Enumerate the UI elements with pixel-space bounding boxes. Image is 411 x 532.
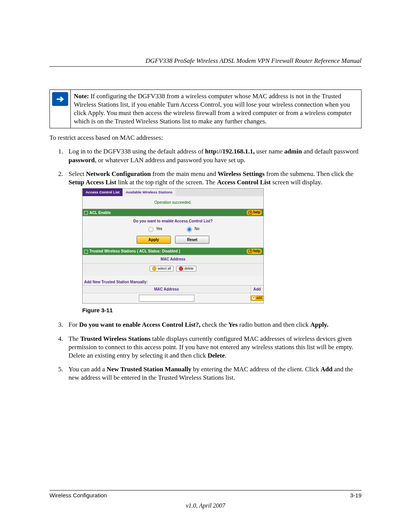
t: Access Control List [217, 179, 271, 186]
tab-available-wireless-stations[interactable]: Available Wireless Stations [123, 189, 175, 196]
footer-version: v1.0, April 2007 [49, 502, 362, 509]
manual-caption: Add New Trusted Station Manually: [83, 276, 263, 285]
t: delete [184, 267, 194, 271]
mac-address-header: MAC Address [83, 255, 263, 264]
embedded-ui-screenshot: Access Control List Available Wireless S… [82, 188, 264, 304]
section-acl-enable: ACL Enable help [83, 209, 263, 216]
arrow-note-icon: ➔ [52, 92, 68, 106]
collapse-box-icon[interactable] [84, 211, 88, 215]
acl-enable-panel: Do you want to enable Access Control Lis… [83, 216, 263, 248]
step-1: Log in to the DGFV338 using the default … [65, 147, 362, 164]
t: from the submenu. Then click the [264, 170, 353, 177]
mac-address-input[interactable] [139, 295, 194, 302]
t: Trusted Wireless Stations [80, 335, 151, 342]
document-page: DGFV338 ProSafe Wireless ADSL Modem VPN … [0, 0, 411, 532]
t: from the main menu and [151, 170, 218, 177]
mac-column: MAC Address [83, 286, 250, 303]
note-icon-cell: ➔ [50, 90, 71, 128]
t: link at the top right of the screen. The [116, 179, 217, 186]
t: Log in to the DGFV338 using the default … [68, 148, 205, 155]
t: Trusted Wireless Stations ( ACL Status: … [89, 249, 180, 253]
add-row: MAC Address Add add [83, 285, 263, 303]
intro-text: To restrict access based on MAC addresse… [49, 134, 362, 142]
page-footer: Wireless Configuration 3-19 v1.0, April … [49, 490, 362, 509]
t: , or whatever LAN address and password y… [95, 157, 245, 164]
t: Select [68, 170, 86, 177]
radio-no[interactable]: No [185, 226, 199, 232]
password-text: password [68, 157, 95, 164]
step-4: The Trusted Wireless Stations table disp… [65, 335, 362, 360]
table-actions: select all delete [83, 264, 263, 276]
tab-bar: Access Control List Available Wireless S… [83, 188, 263, 196]
t: Yes [156, 226, 162, 231]
tab-access-control-list[interactable]: Access Control List [83, 189, 123, 196]
help-button[interactable]: help [247, 210, 262, 215]
t: user name [255, 148, 284, 155]
t: Delete [207, 352, 225, 359]
mac-input-cell [83, 293, 250, 303]
t: No [194, 226, 199, 231]
t: select all [158, 267, 171, 271]
radio-no-input[interactable] [187, 227, 192, 232]
t: For [68, 321, 79, 328]
radio-row: Yes No [84, 226, 262, 232]
add-column: Add add [250, 286, 263, 303]
t: Network Configuration [86, 170, 151, 177]
footer-line: Wireless Configuration 3-19 [49, 490, 362, 498]
note-body: If configuring the DGFV338 from a wirele… [74, 93, 352, 125]
t: The [68, 335, 80, 342]
check-dot-icon [152, 267, 156, 271]
note-text: Note: If configuring the DGFV338 from a … [71, 90, 361, 128]
note-label: Note: [74, 93, 89, 100]
collapse-box-icon[interactable] [84, 250, 88, 254]
add-col-header: Add [250, 286, 263, 293]
reset-button[interactable]: Reset [175, 236, 209, 244]
note-box: ➔ Note: If configuring the DGFV338 from … [49, 89, 362, 128]
page-header: DGFV338 ProSafe Wireless ADSL Modem VPN … [49, 57, 362, 67]
t: ACL Enable [89, 211, 111, 215]
t: Wireless Settings [218, 170, 265, 177]
mac-col-header: MAC Address [83, 286, 250, 293]
t: Add [320, 366, 332, 373]
t: check the [201, 321, 228, 328]
t: Do you want to enable Access Control Lis… [79, 321, 201, 328]
footer-right: 3-19 [350, 492, 362, 498]
select-all-button[interactable]: select all [150, 266, 174, 272]
step-3: For Do you want to enable Access Control… [65, 321, 362, 329]
url-text: http://192.168.1.1, [205, 148, 255, 155]
section-trusted-stations: Trusted Wireless Stations ( ACL Status: … [83, 248, 263, 255]
t: You can add a [68, 366, 107, 373]
apply-button[interactable]: Apply [137, 236, 171, 244]
step-5: You can add a New Trusted Station Manual… [65, 365, 362, 382]
steps-list: Log in to the DGFV338 using the default … [49, 147, 362, 382]
x-dot-icon [179, 267, 183, 271]
t: New Trusted Station Manually [107, 366, 191, 373]
t: . [225, 352, 226, 359]
step-2: Select Network Configuration from the ma… [65, 170, 362, 314]
section-title: ACL Enable [84, 210, 111, 215]
figure-caption: Figure 3-11 [82, 307, 362, 314]
t: screen will display. [271, 179, 322, 186]
t: and default password [302, 148, 358, 155]
t: Apply. [310, 321, 328, 328]
help-button[interactable]: help [247, 249, 262, 254]
add-btn-cell: add [250, 293, 263, 303]
add-button[interactable]: add [250, 296, 263, 301]
t: Setup Access List [68, 179, 116, 186]
t: Yes [228, 321, 238, 328]
status-message: Operation succeeded. [83, 196, 263, 209]
t: radio button and then click [238, 321, 311, 328]
arrow-right-icon: ➔ [56, 94, 64, 104]
footer-left: Wireless Configuration [49, 492, 107, 498]
username-text: admin [284, 148, 302, 155]
acl-question: Do you want to enable Access Control Lis… [84, 219, 262, 224]
button-row: Apply Reset [84, 236, 262, 244]
t: by entering the MAC address of the clien… [191, 366, 320, 373]
section-title: Trusted Wireless Stations ( ACL Status: … [84, 249, 180, 254]
radio-yes-input[interactable] [148, 227, 153, 232]
delete-button[interactable]: delete [176, 266, 196, 272]
radio-yes[interactable]: Yes [147, 226, 162, 232]
